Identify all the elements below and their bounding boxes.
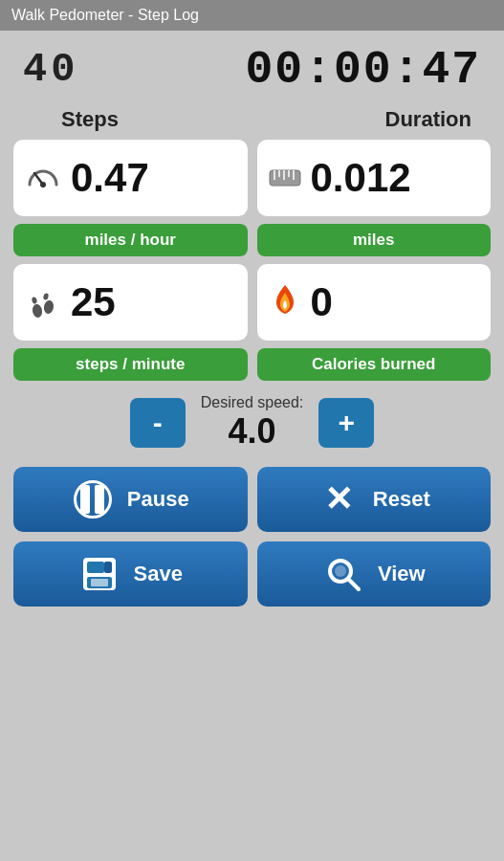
reset-button[interactable]: ✕ Reset — [257, 467, 492, 532]
title-bar: Walk Pedometer - Step Log — [0, 0, 504, 31]
flame-icon — [269, 283, 301, 321]
calories-card: 0 — [257, 264, 492, 341]
speed-badge: miles / hour — [13, 224, 248, 256]
save-button[interactable]: Save — [13, 541, 248, 607]
increase-speed-button[interactable]: + — [318, 398, 374, 448]
desired-speed-value: 4.0 — [228, 411, 275, 452]
svg-point-9 — [43, 299, 55, 315]
view-icon — [322, 553, 364, 595]
calories-badge: Calories burned — [257, 348, 492, 381]
distance-badge: miles — [257, 224, 492, 256]
duration-label: Duration — [385, 107, 471, 132]
svg-point-8 — [32, 303, 43, 319]
step-count-display: 40 — [23, 47, 78, 93]
svg-rect-16 — [91, 579, 108, 586]
distance-value: 0.012 — [311, 155, 411, 201]
svg-point-18 — [335, 565, 346, 577]
ruler-icon — [269, 166, 301, 189]
decrease-speed-button[interactable]: - — [130, 398, 186, 448]
svg-point-10 — [32, 297, 38, 304]
footprint-icon — [25, 284, 61, 320]
svg-rect-15 — [104, 562, 112, 573]
speed-card: 0.47 — [13, 140, 248, 216]
pause-button[interactable]: Pause — [13, 467, 248, 532]
steps-per-min-badge: steps / minute — [13, 348, 248, 381]
speedometer-icon — [25, 160, 61, 196]
view-button[interactable]: View — [257, 541, 492, 607]
svg-point-1 — [40, 182, 46, 188]
distance-card: 0.012 — [257, 140, 492, 216]
svg-rect-13 — [87, 562, 104, 573]
steps-per-min-card: 25 — [13, 264, 248, 341]
steps-label: Steps — [61, 107, 119, 132]
reset-icon: ✕ — [318, 478, 360, 520]
save-icon — [78, 553, 121, 595]
desired-speed-label: Desired speed: — [201, 394, 304, 411]
calories-value: 0 — [311, 279, 333, 325]
duration-display: 00:00:47 — [246, 44, 481, 96]
svg-line-19 — [348, 579, 359, 589]
speed-value: 0.47 — [71, 155, 149, 201]
steps-per-min-value: 25 — [71, 279, 116, 325]
title-bar-text: Walk Pedometer - Step Log — [11, 7, 199, 24]
svg-point-11 — [43, 293, 50, 300]
pause-icon — [72, 478, 114, 520]
